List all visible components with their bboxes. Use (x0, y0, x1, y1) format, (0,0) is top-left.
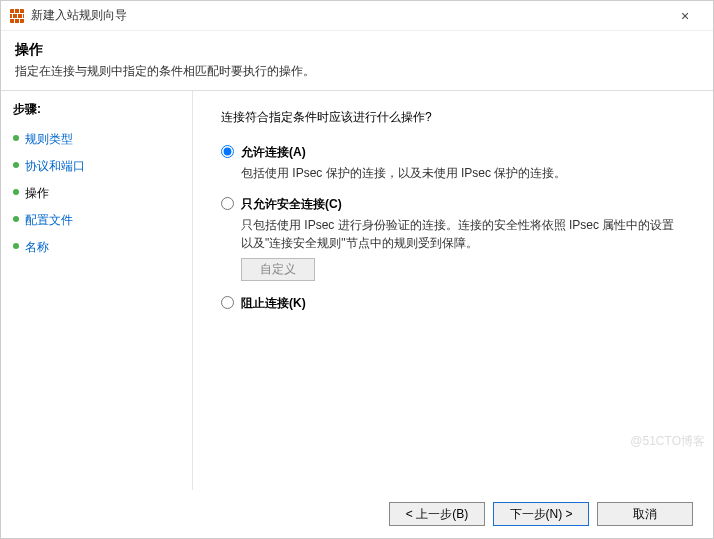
back-button[interactable]: < 上一步(B) (389, 502, 485, 526)
svg-rect-7 (22, 14, 23, 18)
wizard-main: 连接符合指定条件时应该进行什么操作? 允许连接(A) 包括使用 IPsec 保护… (193, 91, 713, 490)
cancel-button[interactable]: 取消 (597, 502, 693, 526)
wizard-body: 步骤: 规则类型 协议和端口 操作 配置文件 名称 连接符合指定条件时应该进行什… (1, 90, 713, 490)
page-title: 操作 (15, 41, 699, 59)
svg-rect-6 (17, 14, 18, 18)
option-block-title: 阻止连接(K) (241, 295, 306, 312)
svg-rect-9 (19, 19, 20, 23)
next-button[interactable]: 下一步(N) > (493, 502, 589, 526)
option-block-label[interactable]: 阻止连接(K) (221, 295, 685, 312)
firewall-icon (9, 8, 25, 24)
option-secure-desc: 只包括使用 IPsec 进行身份验证的连接。连接的安全性将依照 IPsec 属性… (241, 216, 685, 252)
customize-button: 自定义 (241, 258, 315, 281)
wizard-footer: < 上一步(B) 下一步(N) > 取消 (1, 490, 713, 538)
question-text: 连接符合指定条件时应该进行什么操作? (221, 109, 685, 126)
option-allow-label[interactable]: 允许连接(A) (221, 144, 685, 161)
svg-rect-1 (10, 13, 24, 14)
sidebar-item-action[interactable]: 操作 (13, 180, 180, 207)
sidebar-item-profile[interactable]: 配置文件 (13, 207, 180, 234)
steps-list: 规则类型 协议和端口 操作 配置文件 名称 (13, 126, 180, 261)
radio-secure[interactable] (221, 197, 234, 210)
svg-rect-8 (14, 19, 15, 23)
option-allow-title: 允许连接(A) (241, 144, 306, 161)
option-allow-desc: 包括使用 IPsec 保护的连接，以及未使用 IPsec 保护的连接。 (241, 164, 685, 182)
option-secure-label[interactable]: 只允许安全连接(C) (221, 196, 685, 213)
wizard-window: 新建入站规则向导 × 操作 指定在连接与规则中指定的条件相匹配时要执行的操作。 … (0, 0, 714, 539)
steps-sidebar: 步骤: 规则类型 协议和端口 操作 配置文件 名称 (1, 91, 193, 490)
sidebar-item-protocol-port[interactable]: 协议和端口 (13, 153, 180, 180)
svg-rect-3 (14, 9, 15, 13)
option-secure-title: 只允许安全连接(C) (241, 196, 342, 213)
svg-rect-2 (10, 18, 24, 19)
sidebar-item-rule-type[interactable]: 规则类型 (13, 126, 180, 153)
window-title: 新建入站规则向导 (31, 7, 665, 24)
svg-rect-4 (19, 9, 20, 13)
close-icon[interactable]: × (665, 8, 705, 24)
option-block: 阻止连接(K) (221, 295, 685, 312)
wizard-header: 操作 指定在连接与规则中指定的条件相匹配时要执行的操作。 (1, 31, 713, 90)
option-secure: 只允许安全连接(C) 只包括使用 IPsec 进行身份验证的连接。连接的安全性将… (221, 196, 685, 281)
sidebar-item-name[interactable]: 名称 (13, 234, 180, 261)
radio-block[interactable] (221, 296, 234, 309)
page-subtitle: 指定在连接与规则中指定的条件相匹配时要执行的操作。 (15, 63, 699, 80)
watermark: @51CTO博客 (630, 433, 705, 450)
titlebar: 新建入站规则向导 × (1, 1, 713, 31)
option-allow: 允许连接(A) 包括使用 IPsec 保护的连接，以及未使用 IPsec 保护的… (221, 144, 685, 182)
radio-allow[interactable] (221, 145, 234, 158)
steps-label: 步骤: (13, 101, 180, 118)
svg-rect-5 (12, 14, 13, 18)
